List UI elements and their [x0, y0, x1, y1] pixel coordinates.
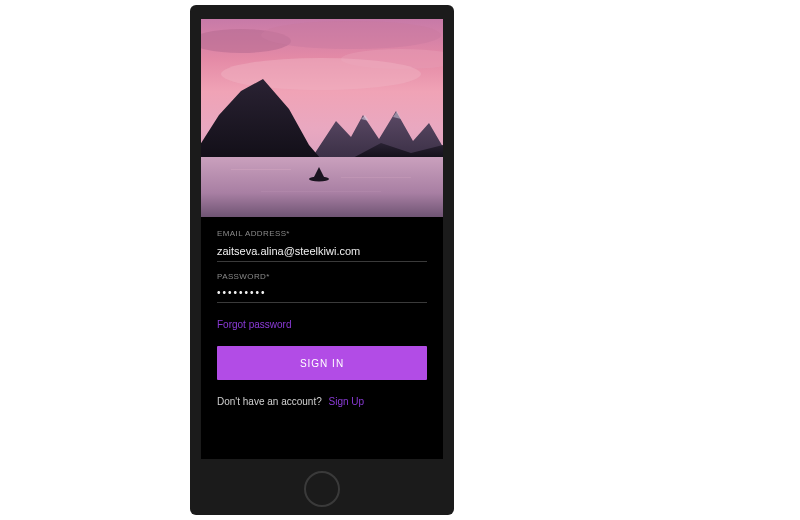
- password-field-group: PASSWORD* •••••••••: [217, 272, 427, 303]
- svg-point-6: [309, 177, 329, 182]
- svg-rect-8: [341, 177, 411, 178]
- svg-rect-5: [201, 157, 443, 217]
- signup-prompt: Don't have an account?: [217, 396, 322, 407]
- svg-point-4: [221, 58, 421, 90]
- signup-link[interactable]: Sign Up: [329, 396, 365, 407]
- email-label: EMAIL ADDRESS*: [217, 229, 427, 238]
- email-input[interactable]: [217, 242, 427, 262]
- home-button[interactable]: [304, 471, 340, 507]
- forgot-password-link[interactable]: Forgot password: [217, 319, 427, 330]
- phone-frame: EMAIL ADDRESS* PASSWORD* ••••••••• Forgo…: [190, 5, 454, 515]
- svg-rect-9: [261, 191, 381, 192]
- svg-rect-7: [231, 169, 291, 170]
- stage: EMAIL ADDRESS* PASSWORD* ••••••••• Forgo…: [0, 0, 800, 520]
- svg-point-2: [261, 21, 441, 49]
- password-input[interactable]: •••••••••: [217, 284, 427, 303]
- hero-image: [201, 19, 443, 217]
- email-field-group: EMAIL ADDRESS*: [217, 229, 427, 262]
- screen: EMAIL ADDRESS* PASSWORD* ••••••••• Forgo…: [201, 19, 443, 459]
- password-label: PASSWORD*: [217, 272, 427, 281]
- login-form: EMAIL ADDRESS* PASSWORD* ••••••••• Forgo…: [201, 217, 443, 459]
- signup-row: Don't have an account? Sign Up: [217, 396, 427, 407]
- signin-button[interactable]: SIGN IN: [217, 346, 427, 380]
